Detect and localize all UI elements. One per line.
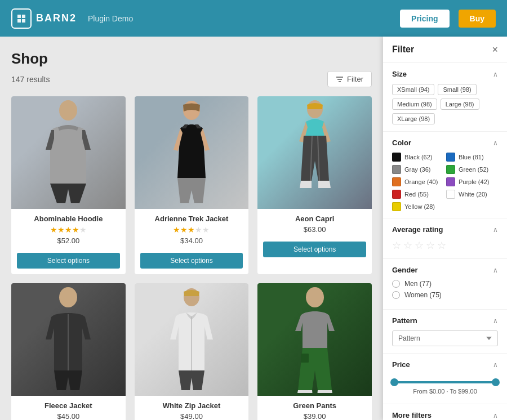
nav-demo-label: Plugin Demo [88,14,133,23]
product-stars: ★★★★★ [17,225,120,234]
gender-option-men[interactable]: Men (77) [392,280,498,288]
buy-button[interactable]: Buy [459,10,496,28]
gender-chevron-icon: ∧ [493,266,498,274]
color-label-black: Black (62) [404,154,433,160]
product-card: White Zip Jacket $49.00 Select options [135,283,249,420]
color-label-green: Green (52) [459,166,488,173]
pattern-section-header: Pattern ∧ [392,316,498,325]
product-name: White Zip Jacket [140,401,243,410]
color-item-purple[interactable]: Purple (42) [446,177,498,186]
product-info: Fleece Jacket $45.00 [11,396,126,420]
filter-section-price: Price ∧ From $0.00 · To $99.00 [383,354,507,404]
color-label-orange: Orange (40) [404,178,438,185]
gender-men-label: Men (77) [404,280,432,288]
size-tag-large[interactable]: Large (98) [441,99,479,110]
color-swatch-gray [392,165,401,174]
color-label-gray: Gray (36) [404,166,430,173]
price-slider-track [394,381,496,383]
radio-women [392,291,400,299]
color-swatch-orange [392,177,401,186]
product-image [257,96,372,209]
rating-stars[interactable]: ☆ ☆ ☆ ☆ ☆ [392,239,498,252]
pattern-select[interactable]: Pattern Solid Striped Plaid Floral [392,330,498,346]
color-section-title: Color [392,138,411,147]
product-figure [34,286,102,393]
color-label-blue: Blue (81) [459,154,484,160]
product-price: $49.00 [140,412,243,420]
product-card: Adrienne Trek Jacket ★★★★★ $34.00 Select… [135,96,249,274]
select-options-button[interactable]: Select options [17,253,120,269]
close-filter-button[interactable]: × [492,44,498,55]
star-3[interactable]: ☆ [415,239,424,252]
color-grid: Black (62) Blue (81) Gray (36) Green (52… [392,153,498,211]
pricing-button[interactable]: Pricing [400,10,449,28]
product-price: $52.00 [17,236,120,245]
product-figure [281,99,349,206]
product-name: Abominable Hoodie [17,215,120,223]
star-4[interactable]: ☆ [426,239,435,252]
main-area: Shop 147 results Filter [0,37,507,420]
product-price: $45.00 [17,412,120,420]
color-label-purple: Purple (42) [459,178,489,185]
logo-area: BARN2 [11,8,77,29]
product-price: $34.00 [140,236,243,245]
product-figure [281,286,349,393]
price-range: From $0.00 · To $99.00 [392,374,498,397]
color-item-blue[interactable]: Blue (81) [446,153,498,162]
color-swatch-white [446,190,455,199]
color-item-yellow[interactable]: Yellow (28) [392,202,444,211]
select-options-button[interactable]: Select options [263,242,366,257]
size-tags: XSmall (94) Small (98) Medium (98) Large… [392,84,498,124]
size-section-title: Size [392,70,407,78]
product-figure [158,286,225,393]
rating-section-title: Average rating [392,225,443,234]
star-5[interactable]: ☆ [437,239,446,252]
product-figure [34,99,102,206]
gender-women-label: Women (75) [404,291,442,299]
price-handle-max[interactable] [492,378,500,386]
color-label-white: White (20) [459,191,487,198]
more-filters-title: More filters [392,411,432,419]
size-tag-small[interactable]: Small (98) [438,84,476,95]
color-item-orange[interactable]: Orange (40) [392,177,444,186]
product-image [135,96,249,209]
filter-section-rating: Average rating ∧ ☆ ☆ ☆ ☆ ☆ [383,218,507,259]
product-name: Adrienne Trek Jacket [140,215,243,223]
product-image [257,283,372,396]
radio-men [392,280,400,288]
filter-button[interactable]: Filter [327,71,372,87]
product-info: White Zip Jacket $49.00 [135,396,249,420]
size-section-header: Size ∧ [392,70,498,78]
more-filters-chevron-icon: ∧ [493,412,498,419]
color-item-green[interactable]: Green (52) [446,165,498,174]
color-item-gray[interactable]: Gray (36) [392,165,444,174]
results-count: 147 results [11,75,50,84]
color-swatch-purple [446,177,455,186]
size-tag-xsmall[interactable]: XSmall (94) [392,84,434,95]
shop-area: Shop 147 results Filter [0,37,383,420]
price-handle-min[interactable] [390,378,398,386]
color-item-white[interactable]: White (20) [446,190,498,199]
more-filters-header: More filters ∧ [392,411,498,419]
pattern-section-title: Pattern [392,316,417,325]
product-name: Fleece Jacket [17,401,120,410]
size-chevron-icon: ∧ [493,70,498,78]
select-options-button[interactable]: Select options [140,253,243,269]
product-price: $63.00 [263,225,366,234]
color-item-red[interactable]: Red (55) [392,190,444,199]
pattern-chevron-icon: ∧ [493,317,498,325]
filter-panel: Filter × Size ∧ XSmall (94) Small (98) M… [383,37,507,420]
color-label-yellow: Yellow (28) [404,203,435,210]
star-1[interactable]: ☆ [392,239,401,252]
color-section-header: Color ∧ [392,138,498,147]
price-section-header: Price ∧ [392,360,498,369]
product-info: Aeon Capri $63.00 [257,209,372,242]
product-image [11,283,126,396]
svg-rect-13 [301,354,309,363]
size-tag-medium[interactable]: Medium (98) [392,99,437,110]
color-item-black[interactable]: Black (62) [392,153,444,162]
gender-option-women[interactable]: Women (75) [392,291,498,299]
product-name: Aeon Capri [263,215,366,223]
star-2[interactable]: ☆ [403,239,412,252]
size-tag-xlarge[interactable]: XLarge (98) [392,113,435,124]
